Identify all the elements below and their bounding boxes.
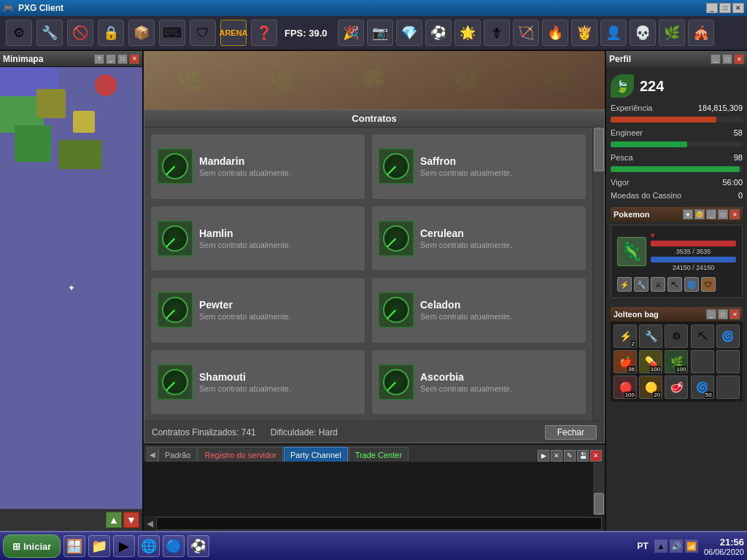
bag-item-4[interactable]: ⛏ bbox=[691, 324, 714, 348]
bag-item-14[interactable]: 🌀50 bbox=[691, 376, 714, 399]
toolbar-char1-icon[interactable]: 👸 bbox=[571, 20, 597, 46]
poke-icon-1[interactable]: ⚡ bbox=[617, 277, 632, 292]
pokemon-minimize-button[interactable]: _ bbox=[706, 209, 716, 219]
bag-item-3[interactable]: ⚙ bbox=[665, 324, 688, 348]
chat-edit-button[interactable]: ✎ bbox=[564, 450, 576, 462]
bag-item-2[interactable]: 🔧 bbox=[639, 324, 662, 348]
contracts-close-button[interactable]: Fechar bbox=[545, 425, 597, 440]
taskbar-icon-folder[interactable]: 📁 bbox=[88, 535, 110, 557]
toolbar-shield-icon[interactable]: 🛡 bbox=[190, 20, 216, 46]
profile-minimize-button[interactable]: _ bbox=[711, 54, 721, 64]
toolbar-char2-icon[interactable]: 👤 bbox=[600, 20, 627, 46]
poke-icon-3[interactable]: ⚔ bbox=[651, 277, 665, 292]
chat-scrollbar-thumb[interactable] bbox=[594, 493, 604, 515]
bag-item-6[interactable]: 🍎36 bbox=[614, 350, 637, 373]
contract-item-shamouti[interactable]: Shamouti Sem contrato atualmente. bbox=[150, 349, 365, 416]
bag-item-13[interactable]: 🥩 bbox=[665, 376, 688, 399]
toolbar-help-icon[interactable]: ❓ bbox=[251, 20, 277, 46]
poke-icon-2[interactable]: 🔧 bbox=[634, 277, 649, 292]
bag-item-8[interactable]: 🌿100 bbox=[665, 350, 688, 373]
radar-circle-4 bbox=[162, 297, 188, 323]
scrollbar-thumb[interactable] bbox=[594, 128, 604, 171]
chat-close-red-button[interactable]: ✕ bbox=[590, 450, 602, 462]
toolbar-settings-icon[interactable]: 🔧 bbox=[36, 20, 63, 46]
bag-maximize-button[interactable]: □ bbox=[718, 309, 728, 319]
taskbar-icon-ie[interactable]: 🌐 bbox=[138, 535, 160, 557]
contract-item-mandarin[interactable]: Mandarin Sem contrato atualmente. bbox=[150, 133, 365, 200]
toolbar-bow-icon[interactable]: 🏹 bbox=[513, 20, 539, 46]
toolbar-block-icon[interactable]: 🚫 bbox=[67, 20, 93, 46]
toolbar-arena-icon[interactable]: ARENA bbox=[220, 20, 247, 46]
profile-maximize-button[interactable]: □ bbox=[722, 54, 732, 64]
maximize-button[interactable]: □ bbox=[719, 3, 731, 13]
toolbar-star-icon[interactable]: 🌟 bbox=[454, 20, 481, 46]
poke-icon-6[interactable]: 🛡 bbox=[701, 277, 716, 292]
contract-item-hamlin[interactable]: Hamlin Sem contrato atualmente. bbox=[150, 206, 365, 272]
toolbar-leaf-icon[interactable]: 🌿 bbox=[659, 20, 685, 46]
zoom-out-button[interactable]: ▼ bbox=[123, 512, 139, 528]
minimap-maximize-button[interactable]: □ bbox=[117, 54, 128, 64]
minimap-help-button[interactable]: ? bbox=[94, 54, 104, 64]
taskbar-network-icon[interactable]: 📶 bbox=[685, 540, 698, 553]
bag-close-button[interactable]: ✕ bbox=[729, 309, 740, 319]
minimap-close-button[interactable]: ✕ bbox=[129, 54, 139, 64]
pokemon-smile-icon[interactable]: 😊 bbox=[694, 209, 705, 219]
contract-item-saffron[interactable]: Saffron Sem contrato atualmente. bbox=[371, 133, 587, 200]
contract-item-cerulean[interactable]: Cerulean Sem contrato atualmente. bbox=[371, 206, 587, 272]
chat-tab-padrao[interactable]: Padrão bbox=[158, 447, 197, 462]
chat-right-arrow[interactable]: ▶ bbox=[538, 450, 549, 462]
bag-item-5[interactable]: 🌀 bbox=[716, 324, 740, 348]
toolbar-fire-icon[interactable]: 🔥 bbox=[542, 20, 568, 46]
taskbar-arrow-up-icon[interactable]: ▲ bbox=[654, 540, 667, 553]
chat-close-tab-button[interactable]: ✕ bbox=[551, 450, 562, 462]
toolbar-ball-icon[interactable]: ⚽ bbox=[425, 20, 452, 46]
taskbar-icon-pokeball[interactable]: ⚽ bbox=[187, 535, 209, 557]
radar-line-2 bbox=[166, 238, 175, 247]
radar-line-0 bbox=[166, 166, 175, 176]
chat-tab-left-arrow[interactable]: ◀ bbox=[147, 447, 158, 462]
minimap-minimize-button[interactable]: _ bbox=[106, 54, 116, 64]
contract-item-celadon[interactable]: Celadon Sem contrato atualmente. bbox=[371, 277, 587, 343]
radar-circle-5 bbox=[383, 297, 409, 323]
bag-minimize-button[interactable]: _ bbox=[706, 309, 716, 319]
close-button[interactable]: ✕ bbox=[732, 3, 744, 13]
toolbar-sword-icon[interactable]: 🗡 bbox=[484, 20, 510, 46]
bag-item-1[interactable]: ⚡2 bbox=[614, 324, 637, 348]
toolbar-party-icon[interactable]: 🎉 bbox=[338, 20, 364, 46]
toolbar-skull-icon[interactable]: 💀 bbox=[630, 20, 656, 46]
minimize-button[interactable]: _ bbox=[706, 3, 718, 13]
toolbar-camera-icon[interactable]: 📷 bbox=[367, 20, 393, 46]
contract-name-3: Cerulean bbox=[420, 228, 512, 239]
chat-input[interactable] bbox=[156, 517, 602, 530]
toolbar-gem-icon[interactable]: 💎 bbox=[396, 20, 422, 46]
pokemon-maximize-button[interactable]: □ bbox=[718, 209, 728, 219]
bag-item-12[interactable]: 🟡20 bbox=[639, 376, 662, 399]
pokemon-heart-icon[interactable]: ♥ bbox=[683, 209, 693, 219]
bag-item-11[interactable]: 🔴100 bbox=[614, 376, 637, 399]
contract-item-pewter[interactable]: Pewter Sem contrato atualmente. bbox=[150, 277, 365, 343]
contracts-scrollbar[interactable] bbox=[592, 128, 604, 421]
toolbar-power-icon[interactable]: ⚙ bbox=[6, 20, 32, 46]
chat-scrollbar[interactable] bbox=[593, 462, 605, 515]
zoom-in-button[interactable]: ▲ bbox=[106, 512, 122, 528]
pokemon-close-button[interactable]: ✕ bbox=[729, 209, 740, 219]
taskbar-icon-chrome[interactable]: 🔵 bbox=[163, 535, 185, 557]
start-button[interactable]: ⊞ Iniciar bbox=[3, 534, 61, 558]
chat-save-button[interactable]: 💾 bbox=[577, 450, 589, 462]
bag-item-7[interactable]: 💊100 bbox=[639, 350, 662, 373]
toolbar-bag-icon[interactable]: 📦 bbox=[128, 20, 155, 46]
profile-close-button[interactable]: ✕ bbox=[734, 54, 744, 64]
taskbar-volume-icon[interactable]: 🔊 bbox=[670, 540, 683, 553]
taskbar-icon-explorer[interactable]: 🪟 bbox=[63, 535, 85, 557]
chat-tab-trade[interactable]: Trade Center bbox=[349, 447, 409, 462]
chat-tab-servidor[interactable]: Registro do servidor bbox=[198, 447, 282, 462]
toolbar-coin-icon[interactable]: 🎪 bbox=[688, 20, 714, 46]
poke-icon-5[interactable]: 🌀 bbox=[684, 277, 699, 292]
chat-tab-party[interactable]: Party Channel bbox=[284, 447, 348, 462]
profile-content: 🍃 224 Experiência 184,815,309 Engineer 5… bbox=[606, 67, 747, 406]
toolbar-lock-icon[interactable]: 🔒 bbox=[98, 20, 124, 46]
toolbar-keyboard-icon[interactable]: ⌨ bbox=[159, 20, 185, 46]
taskbar-icon-media[interactable]: ▶ bbox=[113, 535, 135, 557]
contract-item-ascorbia[interactable]: Ascorbia Sem contrato atualmente. bbox=[371, 349, 587, 416]
poke-icon-4[interactable]: ⛏ bbox=[667, 277, 682, 292]
